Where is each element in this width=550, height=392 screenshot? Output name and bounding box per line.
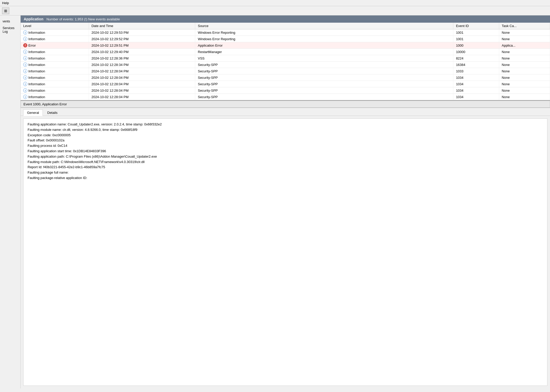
level-text: Information	[28, 37, 45, 41]
log-header: Application Number of events: 1,953 (!) …	[21, 15, 550, 23]
info-icon: i	[23, 30, 27, 35]
sidebar-item-events-label: vents	[3, 20, 10, 23]
cell-datetime: 2024-10-02 12:28:04 PM	[89, 74, 195, 81]
log-header-info-text: Number of events: 1,953 (!) New events a…	[46, 17, 120, 21]
cell-level: iInformation	[21, 29, 89, 36]
cell-datetime: 2024-10-02 12:29:52 PM	[89, 36, 195, 42]
level-text: Information	[28, 63, 45, 67]
cell-task: None	[499, 68, 550, 74]
tab-details[interactable]: Details	[43, 109, 61, 116]
cell-datetime: 2024-10-02 12:29:40 PM	[89, 49, 195, 55]
error-icon: !	[23, 43, 27, 47]
col-task: Task Ca...	[499, 23, 550, 29]
cell-datetime: 2024-10-02 12:28:34 PM	[89, 62, 195, 68]
table-row[interactable]: iInformation2024-10-02 12:29:52 PMWindow…	[21, 36, 550, 42]
table-row[interactable]: iInformation2024-10-02 12:28:34 PMSecuri…	[21, 62, 550, 68]
cell-eventid: 1000	[453, 42, 499, 49]
detail-line: Faulting package full name:	[28, 170, 543, 175]
cell-level: iInformation	[21, 81, 89, 87]
cell-datetime: 2024-10-02 12:28:04 PM	[89, 87, 195, 94]
level-text: Information	[28, 95, 45, 99]
toolbar-view-button[interactable]: ⊞	[2, 7, 9, 14]
cell-task: None	[499, 94, 550, 100]
cell-eventid: 1034	[453, 81, 499, 87]
cell-datetime: 2024-10-02 12:29:53 PM	[89, 29, 195, 36]
table-row[interactable]: iInformation2024-10-02 12:28:04 PMSecuri…	[21, 81, 550, 87]
cell-task: None	[499, 49, 550, 55]
menu-help[interactable]: Help	[2, 1, 9, 5]
table-header-row: Level Date and Time Source Event ID Task…	[21, 23, 550, 29]
cell-eventid: 1034	[453, 94, 499, 100]
info-icon: i	[23, 56, 27, 60]
info-icon: i	[23, 95, 27, 99]
cell-eventid: 1001	[453, 36, 499, 42]
info-icon: i	[23, 75, 27, 80]
cell-eventid: 1033	[453, 68, 499, 74]
cell-task: None	[499, 87, 550, 94]
cell-level: iInformation	[21, 49, 89, 55]
cell-eventid: 1034	[453, 74, 499, 81]
detail-line: Faulting module path: C:\Windows\Microso…	[28, 159, 543, 165]
cell-eventid: 8224	[453, 55, 499, 62]
cell-level: iInformation	[21, 62, 89, 68]
menu-bar: Help	[0, 0, 550, 6]
col-level: Level	[21, 23, 89, 29]
grid-icon: ⊞	[4, 9, 7, 13]
level-text: Information	[28, 82, 45, 86]
col-eventid: Event ID	[453, 23, 499, 29]
info-icon: i	[23, 37, 27, 41]
info-icon: i	[23, 69, 27, 73]
table-row[interactable]: !Error2024-10-02 12:29:51 PMApplication …	[21, 42, 550, 49]
level-text: Information	[28, 89, 45, 92]
cell-source: Security-SPP	[195, 62, 453, 68]
sidebar-item-events[interactable]: vents	[0, 18, 20, 25]
cell-level: iInformation	[21, 36, 89, 42]
info-icon: i	[23, 63, 27, 67]
cell-datetime: 2024-10-02 12:28:04 PM	[89, 68, 195, 74]
info-icon: i	[23, 88, 27, 92]
cell-eventid: 1001	[453, 29, 499, 36]
table-row[interactable]: iInformation2024-10-02 12:28:04 PMSecuri…	[21, 74, 550, 81]
cell-datetime: 2024-10-02 12:28:04 PM	[89, 94, 195, 100]
cell-source: RestartManager	[195, 49, 453, 55]
info-icon: i	[23, 50, 27, 54]
cell-source: Security-SPP	[195, 74, 453, 81]
table-row[interactable]: iInformation2024-10-02 12:28:36 PMVSS822…	[21, 55, 550, 62]
sidebar-item-services-log[interactable]: Services Log	[0, 25, 20, 35]
col-datetime: Date and Time	[89, 23, 195, 29]
events-table: Level Date and Time Source Event ID Task…	[21, 23, 550, 100]
tab-general[interactable]: General	[23, 109, 43, 116]
detail-line: Fault offset: 0x0000102a	[28, 138, 543, 143]
cell-source: Windows Error Reporting	[195, 29, 453, 36]
events-table-container: Level Date and Time Source Event ID Task…	[21, 23, 550, 101]
table-row[interactable]: iInformation2024-10-02 12:29:53 PMWindow…	[21, 29, 550, 36]
table-row[interactable]: iInformation2024-10-02 12:28:04 PMSecuri…	[21, 94, 550, 100]
cell-source: Security-SPP	[195, 68, 453, 74]
event-detail-title: Event 1000, Application Error	[23, 102, 67, 106]
content-area: Application Number of events: 1,953 (!) …	[21, 15, 550, 388]
table-row[interactable]: iInformation2024-10-02 12:29:40 PMRestar…	[21, 49, 550, 55]
log-header-app-label: Application	[24, 17, 43, 21]
detail-line: Faulting process id: 0xC14	[28, 143, 543, 149]
event-detail-panel: Event 1000, Application Error General De…	[21, 101, 550, 388]
cell-level: !Error	[21, 42, 89, 49]
level-text: Information	[28, 76, 45, 80]
cell-task: None	[499, 55, 550, 62]
level-text: Information	[28, 69, 45, 73]
detail-line: Report Id: f40b3221-8455-42e2-b9c1-46b85…	[28, 165, 543, 170]
table-row[interactable]: iInformation2024-10-02 12:28:04 PMSecuri…	[21, 87, 550, 94]
event-detail-content: Faulting application name: Couatl_Update…	[23, 118, 547, 386]
cell-source: Security-SPP	[195, 87, 453, 94]
cell-task: None	[499, 81, 550, 87]
cell-level: iInformation	[21, 87, 89, 94]
sidebar-item-services-log-label: Services Log	[3, 26, 14, 33]
cell-source: VSS	[195, 55, 453, 62]
cell-source: Security-SPP	[195, 94, 453, 100]
level-text: Information	[28, 50, 45, 54]
table-row[interactable]: iInformation2024-10-02 12:28:04 PMSecuri…	[21, 68, 550, 74]
level-text: Error	[28, 44, 36, 47]
col-source: Source	[195, 23, 453, 29]
cell-level: iInformation	[21, 74, 89, 81]
level-text: Information	[28, 31, 45, 35]
cell-level: iInformation	[21, 55, 89, 62]
